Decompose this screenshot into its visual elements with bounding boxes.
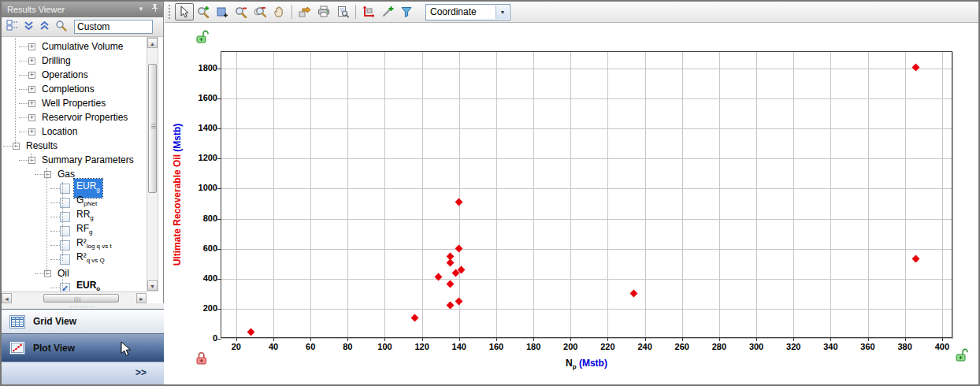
tree-horizontal-scrollbar[interactable]: ◄ ||| ► bbox=[2, 291, 147, 303]
tree-item-label[interactable]: EURo bbox=[74, 278, 102, 291]
zoom-window-button[interactable] bbox=[213, 3, 232, 20]
grid-view-button[interactable]: Grid View bbox=[2, 309, 164, 333]
tree-connector bbox=[50, 217, 60, 217]
toolbar-separator bbox=[291, 5, 292, 19]
item-checkbox[interactable] bbox=[60, 240, 70, 251]
more-buttons-chevron[interactable]: >> bbox=[135, 367, 147, 378]
select-pointer-button[interactable] bbox=[175, 3, 194, 20]
tree-item[interactable]: ✓EURo bbox=[2, 280, 147, 291]
y-tick-label: 800 bbox=[183, 213, 217, 223]
tree-item-label[interactable]: Results bbox=[24, 139, 60, 153]
tree-item-label[interactable]: Reservoir Properties bbox=[39, 110, 130, 124]
tree-vertical-scrollbar[interactable]: ▲ ☰ ▼ bbox=[147, 37, 158, 291]
panel-menu-chevron-icon[interactable]: ▼ bbox=[138, 2, 144, 17]
tree-item-label[interactable]: Cumulative Volume bbox=[39, 39, 125, 54]
tick-mark bbox=[830, 337, 831, 341]
collapse-icon[interactable]: − bbox=[44, 270, 51, 277]
item-checkbox[interactable] bbox=[60, 198, 70, 208]
zoom-out-button[interactable] bbox=[232, 3, 251, 20]
expand-all-icon[interactable] bbox=[39, 20, 50, 34]
gridline bbox=[310, 52, 311, 337]
collapse-icon[interactable]: − bbox=[44, 171, 51, 178]
item-checkbox[interactable] bbox=[60, 184, 70, 194]
y-axis-unlock-icon[interactable] bbox=[195, 30, 210, 47]
tree-item-label[interactable]: Location bbox=[39, 124, 80, 139]
expand-icon[interactable]: + bbox=[28, 100, 35, 107]
data-point[interactable] bbox=[446, 259, 454, 267]
data-point[interactable] bbox=[455, 199, 463, 206]
scroll-up-icon[interactable]: ▲ bbox=[147, 38, 158, 48]
panel-splitter-handle[interactable]: ........ bbox=[2, 303, 164, 309]
tree-item-label[interactable]: Oil bbox=[55, 266, 72, 280]
data-point[interactable] bbox=[435, 273, 443, 281]
horizontal-scroll-thumb[interactable]: ||| bbox=[43, 294, 119, 302]
tree-connector bbox=[35, 273, 44, 274]
data-point[interactable] bbox=[247, 328, 255, 336]
plot-view-button[interactable]: Plot View bbox=[2, 333, 164, 362]
layout-options-icon[interactable] bbox=[6, 20, 18, 35]
scatter-plot[interactable]: 2040608010012014016018020022024026028030… bbox=[221, 51, 952, 338]
filter-button[interactable] bbox=[397, 3, 416, 20]
tree-item[interactable]: −Results bbox=[2, 139, 147, 153]
filter-input[interactable] bbox=[74, 20, 153, 34]
print-preview-button[interactable] bbox=[333, 3, 352, 20]
data-point[interactable] bbox=[410, 314, 418, 321]
expand-icon[interactable]: + bbox=[28, 114, 35, 121]
tree-item[interactable]: +Cumulative Volume bbox=[2, 39, 147, 54]
item-checkbox[interactable] bbox=[60, 226, 70, 236]
collapse-icon[interactable]: − bbox=[28, 157, 35, 164]
collapse-all-icon[interactable] bbox=[24, 20, 34, 34]
tree-toolbar bbox=[2, 17, 163, 37]
data-point[interactable] bbox=[629, 290, 637, 298]
expand-icon[interactable]: + bbox=[28, 72, 35, 79]
vertical-scroll-thumb[interactable]: ☰ bbox=[148, 64, 157, 193]
expand-icon[interactable]: + bbox=[28, 43, 35, 50]
tree-item[interactable]: +Reservoir Properties bbox=[2, 110, 147, 124]
tree-item-label[interactable]: Well Properties bbox=[39, 96, 108, 110]
data-point[interactable] bbox=[446, 301, 454, 309]
tree-item[interactable]: +Well Properties bbox=[2, 96, 147, 110]
data-point[interactable] bbox=[912, 254, 920, 262]
tree-item-label[interactable]: Drilling bbox=[39, 54, 73, 68]
expand-icon[interactable]: + bbox=[28, 128, 35, 135]
tree-item[interactable]: +Location bbox=[2, 124, 147, 139]
x-axis-lock-icon[interactable] bbox=[195, 351, 208, 369]
tree-item-label[interactable]: Summary Parameters bbox=[39, 153, 136, 167]
item-checkbox[interactable] bbox=[60, 212, 70, 222]
zoom-previous-button[interactable] bbox=[251, 3, 269, 20]
item-checkbox[interactable] bbox=[60, 254, 70, 265]
expand-icon[interactable]: + bbox=[28, 86, 35, 93]
scroll-right-icon[interactable]: ► bbox=[136, 293, 147, 303]
collapse-icon[interactable]: − bbox=[13, 143, 20, 150]
data-point[interactable] bbox=[446, 280, 454, 288]
data-point[interactable] bbox=[912, 63, 920, 71]
pan-hand-button[interactable] bbox=[269, 3, 288, 20]
plot-panel: Coordinate ▼ 204060801001201401601802002… bbox=[165, 2, 980, 384]
plot-type-dropdown[interactable]: Coordinate ▼ bbox=[425, 4, 510, 20]
search-icon[interactable] bbox=[55, 20, 67, 35]
x-tick-label: 320 bbox=[778, 342, 809, 351]
snapshot-button[interactable] bbox=[295, 3, 314, 20]
scroll-left-icon[interactable]: ◄ bbox=[2, 293, 12, 303]
axis-options-button[interactable] bbox=[359, 3, 378, 20]
tree-guide bbox=[62, 182, 63, 261]
zoom-in-button[interactable] bbox=[194, 3, 213, 20]
chevron-down-icon[interactable]: ▼ bbox=[496, 6, 509, 19]
tree-item[interactable]: +Completions bbox=[2, 82, 147, 96]
toolbar-grip[interactable] bbox=[169, 5, 171, 19]
tree-item[interactable]: R²q vs Q bbox=[2, 252, 147, 266]
tree-item[interactable]: −Summary Parameters bbox=[2, 153, 147, 167]
pin-icon[interactable] bbox=[151, 2, 158, 17]
print-button[interactable] bbox=[314, 3, 333, 20]
tree-item-label[interactable]: Operations bbox=[39, 68, 91, 82]
gridline bbox=[719, 52, 720, 337]
add-annotation-button[interactable] bbox=[378, 3, 397, 20]
expand-icon[interactable]: + bbox=[28, 58, 35, 65]
scroll-down-icon[interactable]: ▼ bbox=[147, 280, 158, 291]
data-point[interactable] bbox=[455, 297, 463, 305]
data-point[interactable] bbox=[455, 245, 463, 253]
tree-item[interactable]: +Operations bbox=[2, 68, 147, 82]
tree-item-label[interactable]: Completions bbox=[39, 82, 97, 96]
item-checkbox[interactable]: ✓ bbox=[60, 283, 70, 292]
tree-item[interactable]: +Drilling bbox=[2, 54, 147, 68]
